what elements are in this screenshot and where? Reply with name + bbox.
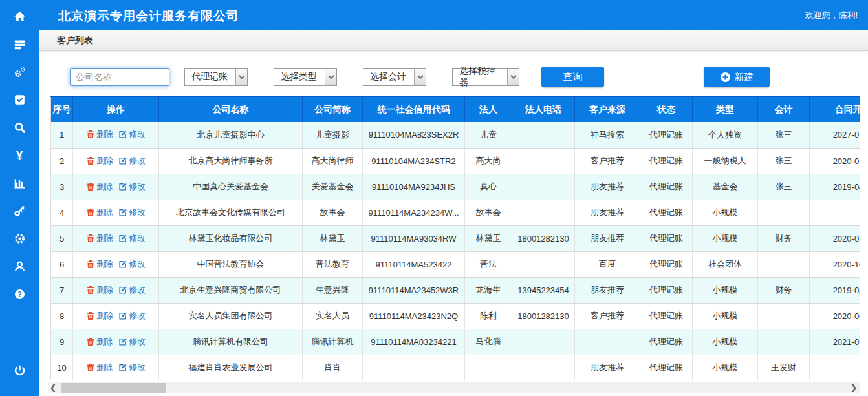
cell-short-name: 高大尚律师 <box>303 148 363 174</box>
trash-icon <box>86 156 95 165</box>
sidebar-item-home[interactable] <box>0 10 39 38</box>
cell-legal-person: 林黛玉 <box>465 225 512 251</box>
cell-legal-person: 儿童 <box>465 122 512 148</box>
table-row: 7删除修改北京生意兴隆商贸有限公司生意兴隆91110114MA23452W3R龙… <box>51 277 861 303</box>
edit-link[interactable]: 修改 <box>118 129 146 140</box>
cell-status: 代理记账 <box>640 329 693 355</box>
table-row: 6删除修改中国普法教育协会普法教育91110114MA523422普法百度代理记… <box>51 251 861 277</box>
cell-index: 3 <box>51 174 73 200</box>
table-row: 1删除修改北京儿童摄影中心儿童摄影91110104MA823SEX2R儿童神马搜… <box>51 122 861 148</box>
cell-contract-start: 2019-03 <box>810 277 861 303</box>
accountant-select[interactable]: 选择会计 <box>363 68 426 86</box>
horizontal-scrollbar[interactable]: ❮ ❯ <box>48 382 860 393</box>
edit-link[interactable]: 修改 <box>118 233 146 244</box>
sidebar-item-records[interactable] <box>0 38 39 66</box>
new-button[interactable]: 新建 <box>704 67 770 87</box>
tax-device-select[interactable]: 选择税控器 <box>452 68 519 86</box>
cell-accountant: 张三 <box>758 122 810 148</box>
search-icon <box>14 121 26 134</box>
edit-link[interactable]: 修改 <box>118 336 146 348</box>
scroll-right-icon[interactable]: ❯ <box>849 382 859 393</box>
sidebar-item-search[interactable] <box>0 121 39 149</box>
delete-link[interactable]: 删除 <box>86 233 113 244</box>
edit-icon <box>118 311 127 320</box>
edit-link[interactable]: 修改 <box>118 207 146 218</box>
cell-contract-start: 2019-04 <box>810 174 861 200</box>
cell-status: 代理记账 <box>640 355 693 380</box>
sidebar-item-settings[interactable] <box>0 233 39 260</box>
breadcrumb-bar: 客户列表 <box>39 30 868 51</box>
select-value: 选择会计 <box>363 71 414 83</box>
cell-accountant: 张三 <box>758 148 810 174</box>
chevron-down-icon <box>235 69 247 85</box>
table-body: 1删除修改北京儿童摄影中心儿童摄影91110104MA823SEX2R儿童神马搜… <box>51 122 861 380</box>
edit-link[interactable]: 修改 <box>118 284 146 296</box>
cell-company-name: 北京儿童摄影中心 <box>159 122 303 148</box>
sidebar-item-tasks[interactable] <box>0 94 39 121</box>
cell-company-name: 北京故事会文化传媒有限公司 <box>159 200 303 225</box>
sidebar-item-reports[interactable] <box>0 177 39 205</box>
column-header: 统一社会信用代码 <box>363 96 465 122</box>
search-button[interactable]: 查询 <box>541 67 604 87</box>
company-name-input[interactable] <box>70 68 169 86</box>
cell-source: 百度 <box>575 251 640 277</box>
welcome-text: 欢迎您，陈利! <box>805 10 858 21</box>
delete-link[interactable]: 删除 <box>86 284 113 296</box>
delete-link[interactable]: 删除 <box>86 207 113 218</box>
cell-phone <box>512 329 575 355</box>
cell-short-name: 实名人员 <box>303 303 363 329</box>
column-header: 序号 <box>51 96 73 122</box>
select-value: 选择类型 <box>274 71 325 83</box>
delete-link[interactable]: 删除 <box>86 155 113 167</box>
bookkeeping-select[interactable]: 代理记账 <box>184 68 248 86</box>
sidebar-item-settings-multi[interactable] <box>0 66 39 94</box>
cell-source <box>575 329 640 355</box>
cell-legal-person: 高大尚 <box>465 148 512 174</box>
cell-actions: 删除修改 <box>73 251 159 277</box>
table-row: 10删除修改福建肖肖农业发展公司肖肖朋友推荐代理记账小规模王发财 <box>51 355 861 380</box>
cell-short-name: 腾讯计算机 <box>303 329 363 355</box>
cell-accountant: 张三 <box>758 174 810 200</box>
cell-phone: 18001282130 <box>512 303 575 329</box>
customer-table-container: 序号操作公司名称公司简称统一社会信用代码法人法人电话客户来源状态类型会计合同开 … <box>50 96 860 380</box>
cell-accountant <box>758 303 810 329</box>
edit-link[interactable]: 修改 <box>118 362 146 373</box>
delete-link[interactable]: 删除 <box>86 129 113 140</box>
sidebar-item-finance[interactable]: ¥ <box>0 149 39 177</box>
scrollbar-thumb[interactable] <box>61 383 166 393</box>
delete-link[interactable]: 删除 <box>86 362 113 373</box>
yen-icon: ¥ <box>16 149 23 162</box>
edit-link[interactable]: 修改 <box>118 258 146 270</box>
edit-link[interactable]: 修改 <box>118 310 146 322</box>
column-header: 操作 <box>73 96 159 122</box>
column-header: 类型 <box>693 96 758 122</box>
cell-credit-code: 91110114MA03234221 <box>363 329 465 355</box>
main-content: 代理记账 选择类型 选择会计 选择税控器 查询 新建 <box>39 51 868 396</box>
sidebar-item-logout[interactable] <box>0 364 39 392</box>
delete-link[interactable]: 删除 <box>86 258 113 270</box>
cell-credit-code: 91110114MA93034RW <box>363 225 465 251</box>
scroll-left-icon[interactable]: ❮ <box>48 382 58 393</box>
sidebar-item-profile[interactable] <box>0 260 39 288</box>
delete-link[interactable]: 删除 <box>86 310 113 322</box>
type-select[interactable]: 选择类型 <box>274 68 337 86</box>
sidebar-item-help[interactable]: ? <box>0 288 39 316</box>
sidebar-item-permissions[interactable] <box>0 205 39 233</box>
cell-status: 代理记账 <box>640 303 693 329</box>
cell-phone <box>512 200 575 225</box>
edit-link[interactable]: 修改 <box>118 155 146 167</box>
edit-link[interactable]: 修改 <box>118 181 146 193</box>
delete-link[interactable]: 删除 <box>86 336 113 348</box>
column-header: 合同开 <box>810 96 861 122</box>
cell-actions: 删除修改 <box>73 148 159 174</box>
chevron-down-icon <box>414 69 426 85</box>
cell-company-name: 北京高大尚律师事务所 <box>159 148 303 174</box>
new-button-label: 新建 <box>735 71 754 83</box>
cell-type: 小规模 <box>693 225 758 251</box>
cell-short-name: 儿童摄影 <box>303 122 363 148</box>
app-title: 北京演示专用会计服务有限公司 <box>58 8 239 25</box>
cell-status: 代理记账 <box>640 200 693 225</box>
delete-link[interactable]: 删除 <box>86 181 113 193</box>
cell-credit-code: 91110114MA234234W... <box>363 200 465 225</box>
cell-credit-code: 91110104MA823SEX2R <box>363 122 465 148</box>
